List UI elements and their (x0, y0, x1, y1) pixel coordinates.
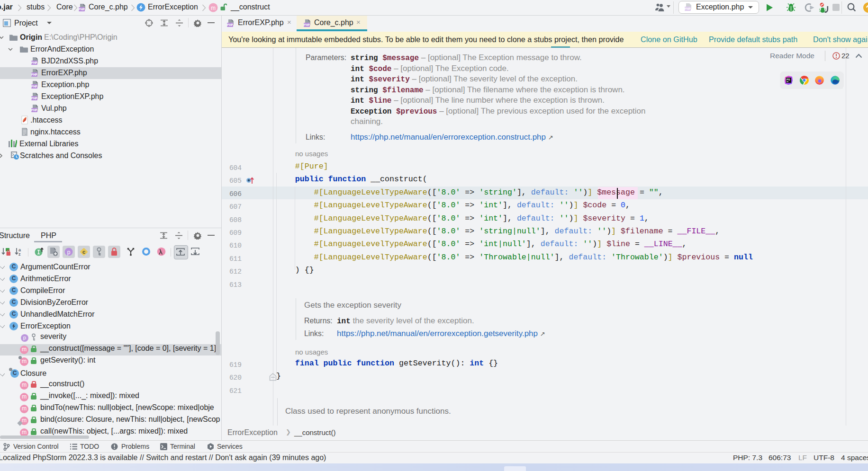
svg-text:PHP: PHP (227, 23, 234, 27)
svg-text:PHP: PHP (31, 108, 38, 112)
svg-text:PHP: PHP (31, 85, 38, 88)
svg-text:PHP: PHP (79, 8, 85, 11)
svg-text:PHP: PHP (31, 61, 38, 64)
svg-text:z: z (18, 252, 21, 257)
svg-text:PHP: PHP (304, 23, 310, 27)
svg-text:p: p (67, 249, 71, 256)
svg-text:m: m (211, 5, 216, 11)
svg-text:PHP: PHP (31, 73, 38, 76)
svg-text:PS: PS (787, 78, 790, 81)
svg-text:PHP: PHP (31, 97, 38, 100)
svg-text:PHP: PHP (685, 7, 691, 10)
svg-text:c: c (82, 249, 85, 255)
